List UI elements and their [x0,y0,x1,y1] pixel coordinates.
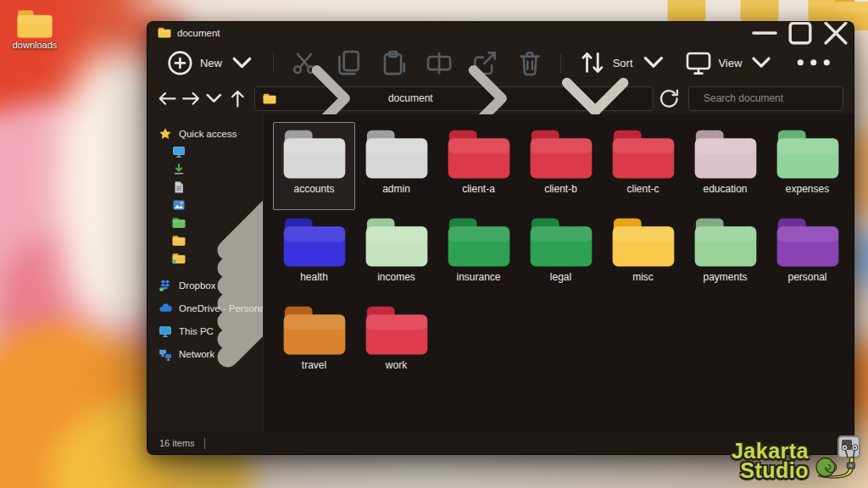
folder-icon [528,215,594,269]
folder-label: accounts [293,183,334,195]
forward-button[interactable] [180,87,203,110]
folder-item-work[interactable]: work [355,298,437,386]
folder-item-insurance[interactable]: insurance [437,210,520,298]
folder-icon [364,127,430,180]
folder-item-health[interactable]: health [273,210,355,298]
sidebar-item-label: This PC [179,326,214,336]
folder-icon [364,303,430,357]
window-title: document [177,28,220,38]
folder-icon [528,127,594,180]
view-button[interactable]: View [676,43,783,82]
folder-icon [775,215,841,269]
sidebar-item-label: Dropbox [179,280,215,291]
folder-item-misc[interactable]: misc [602,210,684,298]
watermark-text: Jakarta Studio [732,441,809,482]
chevron-down-icon [748,49,775,76]
toolbar-divider [273,53,274,73]
folder-icon [281,215,348,269]
star-icon [159,127,172,141]
folder-icon [281,303,348,357]
desktop-icon [172,145,186,158]
onedrive-icon [159,302,172,315]
folder-item-client-c[interactable]: client-c [602,122,684,210]
folder-label: expenses [786,183,829,195]
folder-icon [610,127,676,180]
folder-label: education [703,183,747,195]
folder-item-accounts[interactable]: accounts [273,122,355,210]
folder-synced-icon [172,252,186,265]
folder-green-icon [172,216,186,230]
dropbox-icon [159,279,172,292]
folder-item-travel[interactable]: travel [273,298,355,386]
desktop-folder-icon[interactable] [739,0,780,23]
sidebar-item-label: OneDrive - Personal [179,303,263,313]
item-count: 16 items [159,438,195,448]
minimize-button[interactable] [747,22,782,43]
folder-icon [158,27,171,38]
folder-label: incomes [377,271,415,283]
folder-icon [446,127,512,180]
back-button[interactable] [156,87,179,110]
pin-icon [199,131,264,385]
desktop-icon-downloads[interactable]: downloads [5,8,64,50]
folder-label: admin [382,183,410,195]
folder-item-incomes[interactable]: incomes [355,210,437,298]
folder-icon [364,215,430,269]
folder-label: misc [632,271,654,283]
folder-label: personal [787,271,826,283]
folder-icon [281,127,348,180]
pictures-icon [172,198,186,212]
file-explorer-window: document New Sort View [147,21,854,455]
downloads-icon [172,163,186,176]
arrow-right-icon [180,87,203,110]
folder-item-client-a[interactable]: client-a [437,122,520,210]
watermark: Jakarta Studio [732,441,858,482]
folder-label: client-b [544,183,577,195]
address-box[interactable]: document [254,86,654,111]
folder-icon [775,127,841,180]
navigation-pane: Quick accessDesktopDownloadsDocumentsPic… [147,114,264,432]
sidebar-item-freelance-work-f[interactable]: freelance-work-f [147,249,263,267]
folder-yellow-icon [172,234,186,247]
folder-item-admin[interactable]: admin [355,122,437,210]
recent-locations-button[interactable] [203,87,225,110]
refresh-button[interactable] [657,87,682,110]
folder-icon [610,215,676,269]
snail-mascot-icon [809,442,858,481]
desktop-icon-label: downloads [13,40,58,50]
folder-item-expenses[interactable]: expenses [766,122,849,210]
search-box [688,86,843,111]
folder-label: health [300,271,328,283]
folder-icon [693,127,759,180]
address-bar: document [147,82,854,114]
view-button-label: View [718,57,742,69]
folder-item-personal[interactable]: personal [766,210,849,298]
folder-icon [16,8,53,39]
status-divider [204,438,205,449]
breadcrumb-segment[interactable]: document [388,92,433,104]
desktop: downloads document New Sort [0,0,868,488]
folder-item-education[interactable]: education [684,122,766,210]
chevron-down-icon [228,49,256,77]
ellipsis-icon [793,42,835,84]
arrow-left-icon [156,87,179,110]
up-button[interactable] [226,87,249,110]
network-icon [159,347,172,361]
search-input[interactable] [704,92,835,104]
refresh-icon [657,86,682,111]
folder-label: client-a [462,183,495,195]
folder-label: client-c [626,183,659,195]
plus-circle-icon [166,49,194,77]
folder-item-client-b[interactable]: client-b [520,122,602,210]
folder-label: travel [302,359,326,371]
folder-label: legal [550,271,571,283]
desktop-folder-icon[interactable] [666,0,707,23]
paste-icon [381,49,408,76]
monitor-icon [685,49,712,76]
documents-icon [172,180,186,194]
folder-item-payments[interactable]: payments [684,210,766,298]
thispc-icon [159,324,172,338]
folder-item-legal[interactable]: legal [520,210,602,298]
new-button[interactable]: New [158,43,264,83]
folder-icon [446,215,512,269]
